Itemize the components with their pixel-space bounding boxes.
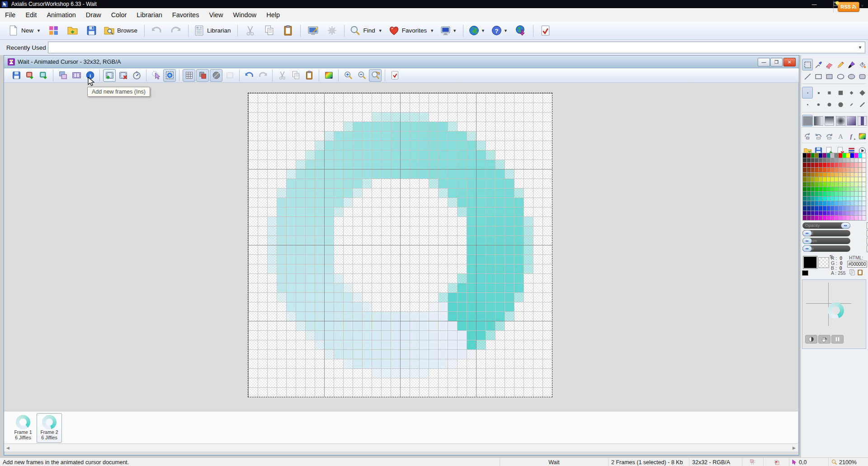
pixel-cell[interactable]: [286, 292, 296, 302]
pixel-cell[interactable]: [457, 198, 467, 207]
palette-color[interactable]: [803, 158, 807, 163]
pixel-cell[interactable]: [296, 207, 305, 217]
pixel-cell[interactable]: [410, 122, 419, 131]
pixel-cell[interactable]: [457, 330, 467, 340]
rss-dropdown-arrow[interactable]: ▼: [860, 4, 864, 8]
palette-color[interactable]: [830, 177, 834, 182]
pixel-cell[interactable]: [495, 179, 505, 188]
pixel-cell[interactable]: [524, 217, 533, 226]
pixel-cell[interactable]: [277, 226, 286, 235]
palette-color[interactable]: [850, 197, 854, 201]
pixel-cell[interactable]: [391, 321, 400, 330]
pixel-cell[interactable]: [343, 283, 353, 292]
rect-tool-button[interactable]: [813, 71, 824, 82]
pixel-cell[interactable]: [324, 292, 334, 302]
stopwatch-button[interactable]: [130, 69, 143, 82]
pixel-cell[interactable]: [334, 283, 343, 292]
pixel-cell[interactable]: [505, 292, 514, 302]
pixel-cell[interactable]: [353, 349, 362, 359]
pixel-cell[interactable]: [277, 198, 286, 207]
pixel-cell[interactable]: [400, 368, 410, 378]
pixel-cell[interactable]: [334, 311, 343, 321]
pixel-cell[interactable]: [457, 160, 467, 169]
palette-color[interactable]: [830, 197, 834, 201]
pixel-cell[interactable]: [467, 245, 476, 254]
palette-color[interactable]: [827, 187, 830, 192]
pixel-cell[interactable]: [296, 198, 305, 207]
pixel-cell[interactable]: [305, 245, 315, 254]
palette-color[interactable]: [862, 187, 866, 192]
menu-item-file[interactable]: File: [0, 9, 20, 21]
line-tool-button[interactable]: [802, 71, 813, 82]
palette-color[interactable]: [862, 158, 866, 163]
palette-color[interactable]: [854, 168, 858, 172]
pixel-cell[interactable]: [495, 283, 505, 292]
paste-html-icon[interactable]: [857, 269, 863, 276]
pixel-cell[interactable]: [429, 160, 438, 169]
pixel-cell[interactable]: [296, 179, 305, 188]
pixel-cell[interactable]: [343, 160, 353, 169]
pixel-cell[interactable]: [438, 141, 448, 150]
pixel-cell[interactable]: [486, 179, 495, 188]
size-square-4-button[interactable]: [835, 87, 846, 99]
pixel-cell[interactable]: [457, 207, 467, 217]
pixel-cell[interactable]: [505, 169, 514, 179]
pixel-cell[interactable]: [315, 150, 324, 160]
palette-color[interactable]: [839, 173, 842, 177]
pixel-cell[interactable]: [343, 321, 353, 330]
copy-html-icon[interactable]: [849, 269, 855, 276]
pixel-cell[interactable]: [438, 292, 448, 302]
pixel-cell[interactable]: [400, 160, 410, 169]
pixel-cell[interactable]: [448, 321, 457, 330]
palette-color[interactable]: [843, 173, 846, 177]
scroll-left-button[interactable]: ◀: [4, 444, 12, 451]
frame-tile-2[interactable]: Frame 26 Jiffies: [37, 413, 62, 443]
pixel-cell[interactable]: [514, 245, 524, 254]
open-folder-button[interactable]: [64, 23, 82, 38]
palette-color[interactable]: [811, 211, 815, 216]
palette-color[interactable]: [859, 158, 862, 163]
pixel-cell[interactable]: [372, 131, 381, 141]
pixel-cell[interactable]: [410, 340, 419, 349]
pixel-cell[interactable]: [372, 368, 381, 378]
palette-color[interactable]: [807, 206, 811, 211]
pixel-cell[interactable]: [495, 302, 505, 311]
format-add-teal-button[interactable]: [37, 69, 50, 82]
pixel-cell[interactable]: [362, 141, 372, 150]
pixel-cell[interactable]: [391, 340, 400, 349]
palette-colors-button[interactable]: [322, 69, 335, 82]
pixel-cell[interactable]: [305, 330, 315, 340]
palette-color[interactable]: [811, 173, 815, 177]
test-cursor-button[interactable]: [388, 69, 401, 82]
pixel-cell[interactable]: [372, 330, 381, 340]
pixel-cell[interactable]: [448, 302, 457, 311]
pixel-cell[interactable]: [400, 131, 410, 141]
palette-color[interactable]: [803, 187, 807, 192]
palette-color[interactable]: [819, 158, 822, 163]
pixel-cell[interactable]: [467, 226, 476, 235]
pixel-cell[interactable]: [353, 292, 362, 302]
palette-color[interactable]: [850, 182, 854, 187]
pixel-cell[interactable]: [324, 245, 334, 254]
palette-color[interactable]: [839, 177, 842, 182]
palette-color[interactable]: [815, 206, 818, 211]
palette-color[interactable]: [827, 201, 830, 206]
pixel-cell[interactable]: [486, 235, 495, 245]
pixel-cell[interactable]: [486, 198, 495, 207]
palette-color[interactable]: [843, 211, 846, 216]
pixel-cell[interactable]: [381, 349, 391, 359]
pixel-cell[interactable]: [438, 122, 448, 131]
palette-color[interactable]: [862, 192, 866, 196]
palette-color[interactable]: [854, 177, 858, 182]
pixel-cell[interactable]: [372, 141, 381, 150]
fill-gradient-h-button[interactable]: [813, 115, 824, 127]
pixel-cell[interactable]: [524, 264, 533, 273]
pixel-cell[interactable]: [410, 311, 419, 321]
pixel-cell[interactable]: [324, 340, 334, 349]
pixel-cell[interactable]: [353, 359, 362, 368]
horizontal-scrollbar[interactable]: ◀ ▶: [4, 443, 798, 452]
pixel-cell[interactable]: [267, 264, 277, 273]
pixel-cell[interactable]: [438, 188, 448, 198]
pixel-cell[interactable]: [429, 340, 438, 349]
fill-gradient-v-button[interactable]: [824, 115, 835, 127]
